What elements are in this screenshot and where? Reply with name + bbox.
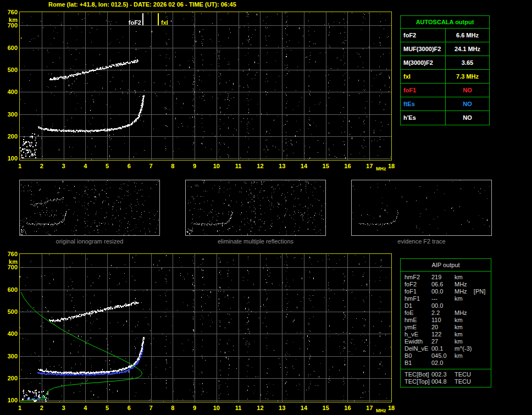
autoscala-table-rows: foF26.6 MHzMUF(3000)F224.1 MHzM(3000)F23… <box>401 29 489 125</box>
aip-row: h_vE122km <box>401 331 491 338</box>
y-axis-unit-label: km <box>1 16 18 23</box>
aip-table-rows: hmF2219kmfoF206.6MHzfoF100.0MHz [PN]hmF1… <box>401 274 491 367</box>
fof2-marker-label: foF2 <box>123 19 141 26</box>
x-tick-label: 17 <box>366 163 373 169</box>
y-tick-label: 760 <box>1 9 18 15</box>
y-tick-label: 300 <box>1 353 18 359</box>
fxi-marker-label: fxI <box>161 19 168 26</box>
aip-row: B102.0 <box>401 359 491 367</box>
autoscala-param-value: NO <box>446 111 489 125</box>
aip-table-title: AIP output <box>401 259 491 272</box>
ionogram-main-plot: foF2 fxI <box>19 12 392 161</box>
y-tick-label: 500 <box>1 67 18 73</box>
x-tick-label: 15 <box>323 163 329 169</box>
aip-param-value: 20 <box>431 324 455 331</box>
y-tick-label: 600 <box>1 286 18 293</box>
x-tick-label: 2 <box>40 163 43 169</box>
thumbnail-no-multiples-canvas <box>186 180 325 235</box>
aip-param-label: TEC[Bot] <box>401 371 431 378</box>
aip-row: ymE20km <box>401 324 491 331</box>
x-tick-label: 14 <box>301 405 307 411</box>
autoscala-row: fxI7.3 MHz <box>401 70 489 84</box>
x-tick-label: 6 <box>128 163 131 169</box>
x-tick-label: 18 <box>388 405 395 411</box>
autoscala-output-table: AUTOSCALA output foF26.6 MHzMUF(3000)F22… <box>400 15 490 125</box>
x-tick-label: 1 <box>18 405 21 411</box>
aip-row: TEC[Bot]002.3TECU <box>401 371 491 378</box>
aip-param-label: hmF2 <box>401 274 431 281</box>
x-tick-label: 5 <box>106 405 109 411</box>
aip-row: foF100.0MHz [PN] <box>401 288 491 295</box>
aip-param-value: 122 <box>431 331 455 338</box>
thumbnail-no-multiples <box>185 180 326 236</box>
aip-param-label: B0 <box>401 352 431 359</box>
aip-tec-rows: TEC[Bot]002.3TECUTEC[Top]004.8TECU <box>401 371 491 385</box>
aip-param-unit: km <box>455 295 491 302</box>
x-tick-label: 8 <box>171 405 174 411</box>
y-tick-label: 400 <box>1 330 18 337</box>
y-tick-label: 400 <box>1 88 18 95</box>
thumbnail-f2-trace <box>351 180 492 236</box>
aip-row: hmF1---km <box>401 295 491 302</box>
aip-param-unit: m^(-3) <box>455 345 491 352</box>
aip-row: foF206.6MHz <box>401 281 491 288</box>
aip-param-unit <box>455 302 491 309</box>
ionogram-profile-plot <box>19 253 392 402</box>
x-tick-label: 15 <box>323 405 329 411</box>
y-axis-unit-label: km <box>1 258 18 265</box>
autoscala-row: M(3000)F23.65 <box>401 56 489 70</box>
aip-param-unit: MHz <box>455 309 491 317</box>
thumbnail-original-caption: original ionogram resized <box>19 238 160 245</box>
autoscala-param-label: foF1 <box>401 84 446 97</box>
x-tick-label: 7 <box>149 163 153 169</box>
aip-param-value: 045.0 <box>431 352 455 359</box>
aip-param-unit: km <box>455 317 491 324</box>
aip-param-unit: MHz [PN] <box>455 288 491 295</box>
autoscala-param-value: NO <box>446 84 489 97</box>
aip-param-value: 2.2 <box>431 309 455 317</box>
autoscala-param-label: fxI <box>401 70 446 83</box>
autoscala-param-value: 24.1 MHz <box>446 42 489 56</box>
aip-param-value: 00.0 <box>431 302 455 309</box>
aip-param-value: 00.0 <box>431 288 455 295</box>
aip-param-value: 00.1 <box>431 345 455 352</box>
x-axis-unit-label: MHz <box>376 408 386 413</box>
thumbnail-no-multiples-caption: eliminate multiple reflections <box>185 238 326 245</box>
aip-param-label: foF1 <box>401 288 431 295</box>
x-tick-label: 9 <box>193 405 196 411</box>
aip-param-label: ymE <box>401 324 431 331</box>
x-tick-label: 11 <box>235 405 242 411</box>
aip-param-value: 004.8 <box>431 378 455 385</box>
aip-row: D100.0 <box>401 302 491 309</box>
aip-param-unit: MHz <box>455 281 491 288</box>
x-tick-label: 3 <box>62 405 65 411</box>
x-axis-unit-label: MHz <box>376 166 386 171</box>
x-tick-label: 12 <box>257 163 263 169</box>
autoscala-param-value: NO <box>446 97 489 110</box>
y-tick-label: 200 <box>1 375 18 381</box>
autoscala-param-label: MUF(3000)F2 <box>401 42 446 56</box>
aip-param-label: foF2 <box>401 281 431 288</box>
aip-row: hmF2219km <box>401 274 491 281</box>
x-tick-label: 1 <box>18 163 21 169</box>
aip-row: hmE110km <box>401 317 491 324</box>
y-tick-label: 100 <box>1 397 18 403</box>
x-tick-label: 16 <box>344 163 351 169</box>
autoscala-param-value: 6.6 MHz <box>446 29 489 42</box>
aip-row: foE2.2MHz <box>401 309 491 317</box>
x-tick-label: 13 <box>279 405 285 411</box>
autoscala-row: h'EsNO <box>401 111 489 125</box>
aip-param-label: h_vE <box>401 331 431 338</box>
aip-param-label: TEC[Top] <box>401 378 431 385</box>
x-tick-label: 12 <box>257 405 263 411</box>
aip-param-unit: km <box>455 324 491 331</box>
x-tick-label: 13 <box>279 163 285 169</box>
x-tick-label: 8 <box>171 163 174 169</box>
aip-tec-separator <box>401 369 491 369</box>
x-tick-label: 4 <box>84 163 87 169</box>
x-tick-label: 10 <box>213 405 220 411</box>
ionogram-profile-canvas <box>20 254 391 402</box>
x-tick-label: 9 <box>193 163 196 169</box>
aip-param-unit: TECU <box>455 371 491 378</box>
x-tick-label: 14 <box>301 163 307 169</box>
